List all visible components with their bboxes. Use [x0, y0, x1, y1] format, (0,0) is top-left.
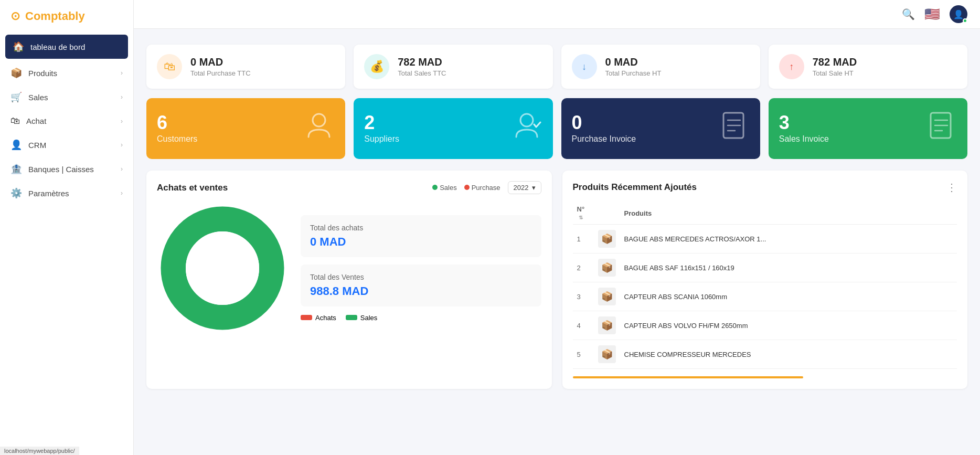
parametres-icon: ⚙️	[10, 187, 22, 199]
sidebar-nav: 🏠 tableau de bord 📦 Produits › 🛒 Sales ›…	[0, 33, 133, 455]
chevron-right-icon: ›	[121, 93, 123, 101]
sidebar-item-sales[interactable]: 🛒 Sales ›	[0, 85, 133, 109]
product-name: BAGUE ABS SAF 116x151 / 160x19	[620, 253, 957, 282]
sale-ht-value: 782 MAD	[813, 56, 857, 68]
customers-count: 6	[157, 113, 197, 132]
row-number: 4	[573, 311, 594, 340]
purchase-ht-label: Total Purchase HT	[605, 69, 662, 77]
year-value: 2022	[514, 184, 529, 192]
sidebar-item-label: Sales	[28, 93, 48, 102]
product-thumbnail: 📦	[594, 311, 620, 340]
chart-header: Achats et ventes Sales Purchase 2022 ▾	[157, 181, 541, 194]
online-indicator	[963, 18, 967, 23]
year-select[interactable]: 2022 ▾	[508, 181, 541, 194]
product-thumbnail: 📦	[594, 253, 620, 282]
sales-legend-rect	[346, 315, 357, 320]
topbar: 🔍 🇺🇸 👤	[134, 0, 980, 29]
product-thumbnail: 📦	[594, 225, 620, 253]
purchase-ttc-value: 0 MAD	[190, 56, 251, 68]
purchase-invoice-count: 0	[572, 113, 636, 132]
app-name: Comptably	[25, 9, 85, 23]
sidebar-item-dashboard[interactable]: 🏠 tableau de bord	[5, 35, 128, 59]
sales-ttc-label: Total Sales TTC	[398, 69, 446, 77]
chart-title: Achats et ventes	[157, 183, 228, 193]
sales-legend-dot	[432, 185, 438, 190]
sidebar-item-produits[interactable]: 📦 Produits ›	[0, 61, 133, 85]
product-image: 📦	[598, 230, 616, 248]
products-column-header: Produits	[620, 202, 957, 225]
stat-cards-row: 🛍 0 MAD Total Purchase TTC 💰 782 MAD Tot…	[146, 45, 967, 89]
total-ventes-label: Total des Ventes	[310, 273, 532, 281]
sidebar-item-crm[interactable]: 👤 CRM ›	[0, 133, 133, 157]
sales-legend-label-bottom: Sales	[360, 314, 378, 322]
svg-point-0	[313, 114, 325, 126]
sidebar-item-parametres[interactable]: ⚙️ Paramètres ›	[0, 181, 133, 205]
product-image: 📦	[598, 316, 616, 334]
total-achats-block: Total des achats 0 MAD	[301, 215, 541, 257]
main-content: 🔍 🇺🇸 👤 🛍 0 MAD Total Purchase TTC 💰 782 …	[134, 0, 980, 455]
sales-ttc-value: 782 MAD	[398, 56, 446, 68]
products-section: Produits Récemment Ajoutés ⋮ N° ⇅ Produi	[562, 171, 968, 389]
total-ventes-block: Total des Ventes 988.8 MAD	[301, 264, 541, 306]
svg-point-12	[186, 231, 259, 305]
table-row[interactable]: 1 📦 BAGUE ABS MERCEDES ACTROS/AXOR 1...	[573, 225, 957, 253]
table-row[interactable]: 2 📦 BAGUE ABS SAF 116x151 / 160x19	[573, 253, 957, 282]
table-row[interactable]: 5 📦 CHEMISE COMPRESSEUR MERCEDES	[573, 340, 957, 369]
suppliers-card[interactable]: 2 Suppliers	[354, 98, 552, 159]
purchase-legend-label: Purchase	[472, 184, 500, 192]
crm-icon: 👤	[10, 139, 22, 151]
purchase-invoice-card-icon	[718, 110, 750, 147]
chart-stats: Total des achats 0 MAD Total des Ventes …	[301, 215, 541, 322]
chevron-down-icon: ▾	[532, 184, 536, 192]
row-number: 1	[573, 225, 594, 253]
product-name: CAPTEUR ABS VOLVO FH/FM 2650mm	[620, 311, 957, 340]
stat-card-sale-ht[interactable]: ↑ 782 MAD Total Sale HT	[769, 45, 967, 89]
sidebar-item-label: tableau de bord	[30, 43, 85, 51]
table-row[interactable]: 4 📦 CAPTEUR ABS VOLVO FH/FM 2650mm	[573, 311, 957, 340]
suppliers-count: 2	[364, 113, 399, 132]
product-image: 📦	[598, 288, 616, 305]
total-achats-value: 0 MAD	[310, 235, 532, 249]
product-name: CHEMISE COMPRESSEUR MERCEDES	[620, 340, 957, 369]
products-title: Produits Récemment Ajoutés	[573, 182, 697, 193]
sale-ht-label: Total Sale HT	[813, 69, 857, 77]
sidebar-item-label: Achat	[26, 117, 46, 125]
stat-card-purchase-ttc[interactable]: 🛍 0 MAD Total Purchase TTC	[146, 45, 345, 89]
purchase-ttc-label: Total Purchase TTC	[190, 69, 251, 77]
chevron-right-icon: ›	[121, 118, 123, 125]
chevron-right-icon: ›	[121, 141, 123, 149]
sales-invoice-card-icon	[925, 110, 957, 147]
chart-body: Total des achats 0 MAD Total des Ventes …	[157, 203, 541, 334]
product-name: CAPTEUR ABS SCANIA 1060mm	[620, 282, 957, 311]
achat-icon: 🛍	[10, 115, 20, 126]
table-row[interactable]: 3 📦 CAPTEUR ABS SCANIA 1060mm	[573, 282, 957, 311]
sale-ht-icon: ↑	[779, 54, 804, 79]
avatar-icon: 👤	[953, 9, 964, 19]
purchase-ttc-icon: 🛍	[157, 54, 182, 79]
sidebar-item-label: Banques | Caisses	[28, 165, 94, 174]
stat-card-purchase-ht[interactable]: ↓ 0 MAD Total Purchase HT	[561, 45, 760, 89]
sidebar-item-banques[interactable]: 🏦 Banques | Caisses ›	[0, 157, 133, 181]
purchase-ht-value: 0 MAD	[605, 56, 662, 68]
sales-invoice-label: Sales Invoice	[779, 134, 829, 144]
url-bar: localhost/mywebapp/public/	[0, 447, 79, 455]
purchase-legend-dot	[464, 185, 470, 190]
stat-card-sales-ttc[interactable]: 💰 782 MAD Total Sales TTC	[354, 45, 552, 89]
sidebar-item-achat[interactable]: 🛍 Achat ›	[0, 109, 133, 133]
language-flag[interactable]: 🇺🇸	[924, 7, 940, 22]
product-thumbnail: 📦	[594, 340, 620, 369]
chevron-right-icon: ›	[121, 69, 123, 77]
purchase-ht-icon: ↓	[572, 54, 597, 79]
chevron-right-icon: ›	[121, 189, 123, 197]
search-icon[interactable]: 🔍	[902, 8, 915, 20]
customers-label: Customers	[157, 134, 197, 144]
sort-icon[interactable]: ⇅	[579, 215, 583, 220]
img-column-header	[594, 202, 620, 225]
more-options-icon[interactable]: ⋮	[946, 181, 957, 194]
user-avatar-button[interactable]: 👤	[950, 5, 967, 23]
purchase-invoice-card[interactable]: 0 Purchase Invoice	[561, 98, 760, 159]
sidebar-item-label: Produits	[28, 69, 57, 78]
sales-invoice-card[interactable]: 3 Sales Invoice	[769, 98, 967, 159]
app-logo[interactable]: ⊙ Comptably	[0, 0, 133, 33]
customers-card[interactable]: 6 Customers	[146, 98, 345, 159]
